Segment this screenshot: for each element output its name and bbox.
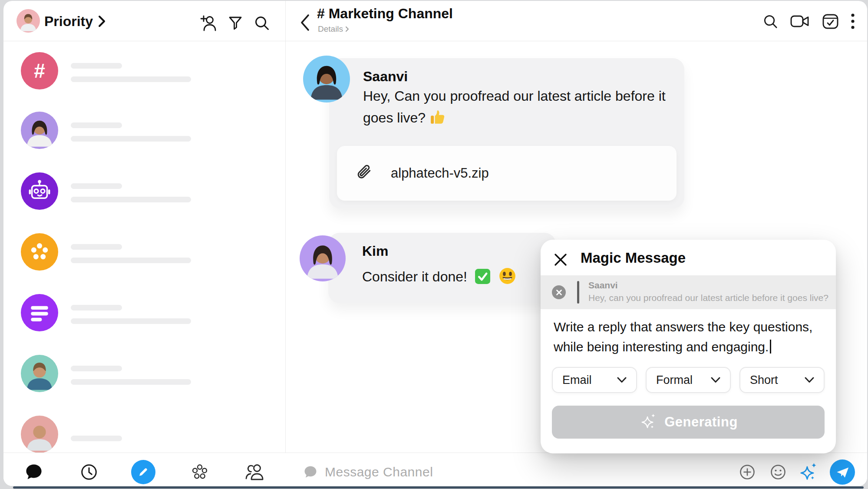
quote-text: Hey, can you proofread our latest articl… xyxy=(588,293,828,303)
chevron-down-icon xyxy=(805,377,814,383)
sidebar-item-bot[interactable] xyxy=(3,172,285,231)
contacts-icon[interactable] xyxy=(245,463,264,481)
prompt-text: Write a reply that answers the key quest… xyxy=(554,320,812,354)
generate-button[interactable]: Generating xyxy=(552,406,825,439)
bald-man-photo-avatar xyxy=(21,416,58,453)
thumbs-up-emoji xyxy=(429,109,446,126)
length-dropdown[interactable]: Short xyxy=(739,367,825,393)
chevron-down-icon xyxy=(617,377,627,383)
message-saanvi: Saanvi Hey, Can you proofread our latest… xyxy=(329,58,684,208)
tasks-icon[interactable] xyxy=(822,13,839,30)
panel-title: Magic Message xyxy=(581,250,686,266)
send-icon[interactable] xyxy=(830,459,855,485)
tone-dropdown[interactable]: Formal xyxy=(646,367,731,393)
search-icon[interactable] xyxy=(254,15,270,31)
skeleton-subtitle xyxy=(71,318,191,324)
workspace-switcher[interactable]: Priority xyxy=(44,11,106,31)
chevron-down-icon xyxy=(711,377,720,383)
sidebar-item-dm[interactable] xyxy=(3,416,285,453)
saanvi-avatar[interactable] xyxy=(303,56,350,102)
skeleton-subtitle xyxy=(71,76,191,82)
filter-icon[interactable] xyxy=(227,15,244,31)
sidebar-item-dm[interactable] xyxy=(3,112,285,171)
skeleton-title xyxy=(71,305,122,311)
skeleton-subtitle xyxy=(71,136,191,142)
details-label: Details xyxy=(318,24,343,34)
quoted-message: Saanvi Hey, can you proofread our latest… xyxy=(541,275,836,309)
attachment-filename: alphatech-v5.zip xyxy=(391,165,489,181)
more-menu-icon[interactable] xyxy=(851,13,855,30)
sidebar-divider xyxy=(285,1,286,486)
video-call-icon[interactable] xyxy=(790,13,810,30)
message-text: Hey, Can you proofread our latest articl… xyxy=(363,85,684,129)
skeleton-title xyxy=(71,183,122,189)
add-icon[interactable] xyxy=(739,464,755,480)
message-text: Consider it done! xyxy=(362,266,553,287)
skeleton-subtitle xyxy=(71,197,191,202)
sidebar-item-dm[interactable] xyxy=(3,355,285,414)
skeleton-subtitle xyxy=(71,379,191,385)
skeleton-subtitle xyxy=(71,258,191,263)
chats-icon[interactable] xyxy=(24,463,43,481)
text-cursor xyxy=(770,340,771,354)
sparkle-icon xyxy=(639,413,658,431)
message-kim: Kim Consider it done! xyxy=(328,233,556,303)
emoji-icon[interactable] xyxy=(770,464,786,480)
add-member-icon[interactable] xyxy=(200,14,217,32)
grinning-face-emoji xyxy=(499,268,516,284)
app-dots-avatar xyxy=(21,233,58,271)
user-avatar[interactable] xyxy=(17,9,40,33)
list-lines-avatar xyxy=(21,294,58,331)
message-author: Saanvi xyxy=(363,69,408,85)
robot-avatar xyxy=(21,172,58,210)
chevron-right-icon xyxy=(98,15,106,27)
woman-photo-avatar xyxy=(21,112,58,149)
message-bubble-icon xyxy=(303,465,318,479)
quote-author: Saanvi xyxy=(588,280,618,291)
search-icon[interactable] xyxy=(762,13,779,30)
message-author: Kim xyxy=(362,243,388,259)
quote-bar xyxy=(577,281,579,304)
topbar-divider xyxy=(3,41,867,41)
sidebar-item-app[interactable] xyxy=(3,233,285,292)
chevron-right-icon xyxy=(345,26,349,32)
magic-sparkle-icon[interactable] xyxy=(797,463,818,482)
app-window: Priority # Marketing Channel Details # xyxy=(3,1,867,486)
attachment-card[interactable]: alphatech-v5.zip xyxy=(337,146,677,201)
generate-label: Generating xyxy=(664,414,738,430)
channel-title: # Marketing Channel xyxy=(317,6,453,22)
history-icon[interactable] xyxy=(80,463,98,481)
skeleton-title xyxy=(71,63,122,69)
skeleton-title xyxy=(71,244,122,250)
compose-icon[interactable] xyxy=(131,460,155,484)
close-icon[interactable] xyxy=(552,251,569,268)
hash-channel-avatar: # xyxy=(21,52,58,89)
apps-icon[interactable] xyxy=(190,463,209,482)
skeleton-title xyxy=(71,436,122,441)
workspace-title: Priority xyxy=(44,13,93,30)
prompt-input[interactable]: Write a reply that answers the key quest… xyxy=(554,317,825,357)
magic-message-panel: Magic Message Saanvi Hey, can you proofr… xyxy=(541,240,836,453)
man-photo-avatar xyxy=(21,355,58,392)
bottom-bar: Message Channel xyxy=(3,453,867,486)
channel-details-link[interactable]: Details xyxy=(318,24,349,34)
remove-quote-icon[interactable] xyxy=(552,285,566,299)
message-input[interactable]: Message Channel xyxy=(325,465,433,479)
format-dropdown[interactable]: Email xyxy=(552,367,637,393)
skeleton-title xyxy=(71,366,122,371)
kim-avatar[interactable] xyxy=(300,235,346,281)
sidebar-item-channel[interactable]: # xyxy=(3,52,285,111)
window-edge xyxy=(13,486,864,489)
skeleton-title xyxy=(71,122,122,128)
back-button[interactable] xyxy=(300,13,310,32)
check-mark-button-emoji xyxy=(475,268,491,284)
paperclip-icon xyxy=(355,164,373,182)
sidebar-item-list[interactable] xyxy=(3,294,285,353)
